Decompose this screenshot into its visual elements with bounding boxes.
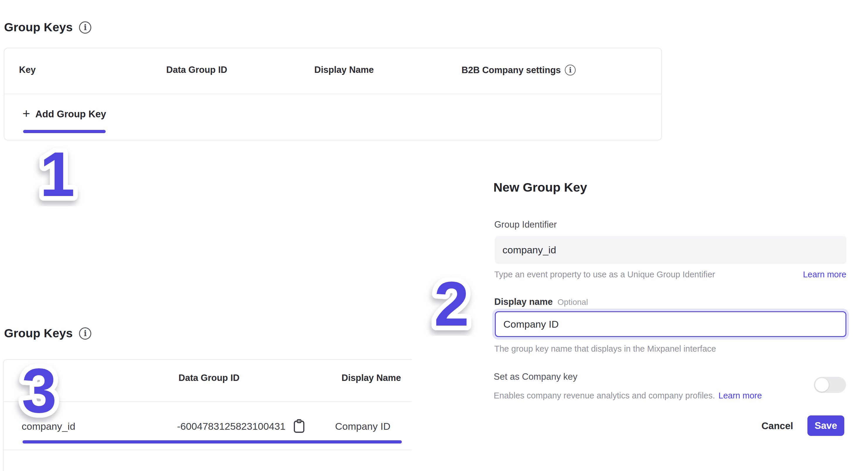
company-key-helper: Enables company revenue analytics and co… <box>494 391 715 401</box>
column-header-data-group-id: Data Group ID <box>166 65 227 75</box>
learn-more-link[interactable]: Learn more <box>718 391 762 401</box>
top-section-title: Group Keys i <box>4 21 91 34</box>
display-name-helper-row: The group key name that displays in the … <box>494 344 846 354</box>
annotation-underline-add-key <box>23 130 106 133</box>
bottom-table-clip: Key Data Group ID Display Name company_i… <box>3 359 412 471</box>
company-key-toggle[interactable] <box>814 377 846 393</box>
row-display-name-cell: Company ID <box>335 420 391 433</box>
info-icon-glyph: i <box>569 67 571 74</box>
group-identifier-input[interactable] <box>495 236 846 264</box>
plus-icon: + <box>23 107 30 120</box>
display-name-label: Display name <box>494 296 553 307</box>
toggle-knob <box>815 378 829 392</box>
learn-more-link[interactable]: Learn more <box>803 270 846 279</box>
company-key-label: Set as Company key <box>494 372 578 382</box>
info-icon[interactable]: i <box>79 327 91 340</box>
group-keys-settings-page: Group Keys i Key Data Group ID Display N… <box>0 0 868 471</box>
row-key-cell: company_id <box>22 420 75 433</box>
info-icon-glyph: i <box>84 23 87 31</box>
bottom-section-title-text: Group Keys <box>4 326 72 340</box>
save-button[interactable]: Save <box>807 415 844 436</box>
group-identifier-helper-row: Type an event property to use as a Uniqu… <box>494 270 846 279</box>
display-name-label-row: Display name Optional <box>494 296 588 307</box>
copy-icon[interactable] <box>293 419 306 434</box>
step-2-number: 2 <box>434 269 469 336</box>
info-icon-glyph: i <box>84 329 87 337</box>
bottom-section-title: Group Keys i <box>4 326 91 340</box>
add-group-key-label: Add Group Key <box>35 108 106 120</box>
column-header-data-group-id: Data Group ID <box>179 373 239 383</box>
group-keys-table-top: Key Data Group ID Display Name B2B Compa… <box>4 48 662 140</box>
form-title: New Group Key <box>493 180 587 194</box>
column-header-key: Key <box>21 373 38 383</box>
top-section-title-text: Group Keys <box>4 21 72 34</box>
group-keys-table-bottom: Key Data Group ID Display Name company_i… <box>3 359 412 471</box>
step-1-number: 1 <box>40 139 75 206</box>
column-header-key: Key <box>19 65 36 75</box>
company-key-helper-row: Enables company revenue analytics and co… <box>494 391 786 401</box>
display-name-helper: The group key name that displays in the … <box>494 344 716 354</box>
annotation-underline-row <box>23 440 402 443</box>
display-name-optional: Optional <box>558 297 588 307</box>
column-header-display-name: Display Name <box>342 373 401 383</box>
step-1-badge: 1 <box>25 136 90 206</box>
display-name-input[interactable] <box>495 311 846 337</box>
info-icon[interactable]: i <box>79 21 91 34</box>
step-2-badge: 2 <box>420 265 484 336</box>
column-header-display-name: Display Name <box>314 65 374 75</box>
cancel-button[interactable]: Cancel <box>760 420 795 432</box>
row-divider <box>3 450 412 450</box>
info-icon[interactable]: i <box>565 65 576 75</box>
table-header-divider <box>3 401 412 402</box>
column-header-b2b-settings: B2B Company settings i <box>462 65 576 75</box>
row-data-group-id-cell: -6004783125823100431 <box>177 420 306 433</box>
group-identifier-helper: Type an event property to use as a Uniqu… <box>494 270 715 279</box>
table-header-divider <box>4 94 661 94</box>
group-identifier-label: Group Identifier <box>494 219 557 230</box>
add-group-key-button[interactable]: + Add Group Key <box>23 108 106 120</box>
